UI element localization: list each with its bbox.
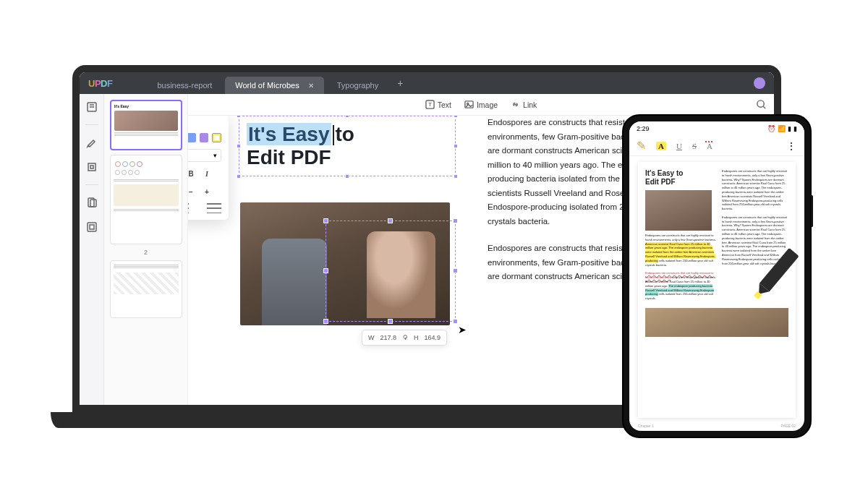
- font-select[interactable]: Sen▾: [188, 149, 221, 162]
- kebab-menu-icon[interactable]: ⋮: [786, 140, 797, 152]
- svg-line-13: [763, 106, 765, 108]
- thumbnail-page-2[interactable]: [110, 155, 182, 244]
- underline-tool[interactable]: U: [676, 142, 682, 150]
- swatch-blue[interactable]: [188, 133, 196, 142]
- phone-screen: 2:29 ⏰ 📶 ▮ ▮ ✎ A U S A ⋮ It's Easy toEdi…: [629, 121, 804, 431]
- panel-title: Text: [188, 119, 221, 127]
- italic-button[interactable]: I: [201, 170, 213, 178]
- phone-page-footer: Chapter 1PAGE 02: [638, 424, 796, 428]
- add-tab-button[interactable]: +: [397, 77, 403, 89]
- alarm-icon: ⏰: [767, 125, 775, 132]
- svg-text:T: T: [428, 101, 432, 108]
- signal-icon: ▮: [788, 125, 791, 132]
- titlebar: UPDF business-report World of Microbes✕ …: [80, 72, 774, 94]
- svg-point-12: [757, 100, 764, 107]
- svg-rect-6: [90, 225, 94, 229]
- color-swatches: [188, 133, 221, 142]
- svg-rect-4: [90, 200, 96, 207]
- close-icon[interactable]: ✕: [308, 82, 314, 90]
- phone-time: 2:29: [637, 125, 650, 132]
- swatch-custom[interactable]: [212, 133, 221, 142]
- tab-typography[interactable]: Typography: [327, 77, 388, 94]
- pen-icon[interactable]: ✎: [637, 139, 646, 153]
- thumbnail-page-1[interactable]: It's Easy: [110, 100, 182, 150]
- link-tool-button[interactable]: Link: [511, 100, 537, 109]
- svg-rect-5: [88, 223, 96, 231]
- phone-statusbar: 2:29 ⏰ 📶 ▮ ▮: [629, 121, 804, 136]
- highlight-tool[interactable]: A: [656, 142, 666, 150]
- text-tool-button[interactable]: TText: [425, 100, 451, 109]
- phone-frame: 2:29 ⏰ 📶 ▮ ▮ ✎ A U S A ⋮ It's Easy toEdi…: [622, 114, 812, 438]
- cursor-icon: ➤: [458, 324, 467, 335]
- size-decrease-button[interactable]: −: [188, 188, 197, 196]
- tab-world-of-microbes[interactable]: World of Microbes✕: [225, 77, 323, 94]
- phone-annotation-toolbar: ✎ A U S A ⋮: [629, 136, 804, 156]
- align-right-button[interactable]: [188, 203, 189, 213]
- thumbnail-page-3[interactable]: [110, 260, 182, 318]
- edit-icon[interactable]: [85, 160, 99, 174]
- page-tools-icon[interactable]: [85, 195, 99, 210]
- strikethrough-tool[interactable]: S: [692, 142, 697, 150]
- search-icon[interactable]: [756, 99, 767, 110]
- bold-button[interactable]: B: [188, 170, 197, 178]
- wifi-icon: 📶: [778, 125, 786, 132]
- avatar[interactable]: [754, 77, 765, 89]
- reader-mode-icon[interactable]: [85, 100, 99, 114]
- app-logo: UPDF: [88, 78, 112, 89]
- thumbnail-number: 2: [110, 249, 182, 256]
- size-increase-button[interactable]: +: [201, 188, 213, 196]
- tool-rail: [80, 94, 104, 405]
- tab-business-report[interactable]: business-report: [147, 77, 222, 94]
- highlight-icon[interactable]: [85, 135, 99, 150]
- battery-icon: ▮: [793, 125, 797, 132]
- crop-icon[interactable]: [85, 220, 99, 234]
- thumbnail-panel: It's Easy 2: [104, 94, 188, 405]
- squiggly-tool[interactable]: A: [707, 142, 712, 150]
- image-crop-box[interactable]: [326, 221, 456, 322]
- image-tool-button[interactable]: Image: [464, 100, 498, 109]
- swatch-purple[interactable]: [200, 133, 209, 142]
- align-justify-button[interactable]: [207, 203, 221, 213]
- size-tooltip: W217.8 ⟳ H164.9: [362, 330, 447, 346]
- heading-text[interactable]: It's Easyto Edit PDF: [239, 120, 362, 172]
- edit-toolbar: TText Image Link: [188, 94, 774, 116]
- text-edit-box[interactable]: It's Easyto Edit PDF: [239, 116, 456, 176]
- text-properties-panel: Text Aa Sen▾ B B: [188, 116, 229, 220]
